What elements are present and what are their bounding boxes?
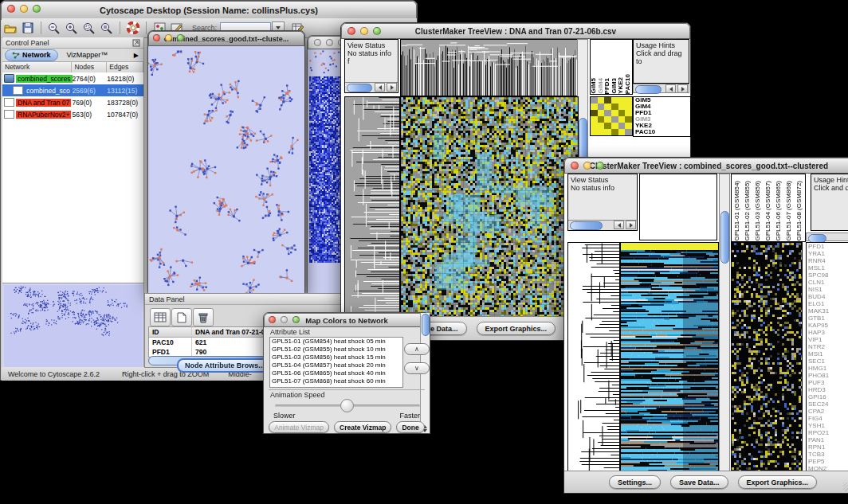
matrix-cell[interactable] [598, 110, 605, 116]
treeview2-titlebar[interactable]: ClusterMaker TreeView : combined_scores_… [564, 158, 848, 174]
close-icon[interactable] [269, 316, 276, 323]
gene-label[interactable]: PFD1 [807, 243, 848, 250]
matrix-cell[interactable] [618, 110, 626, 116]
gene-label[interactable]: SEC1 [807, 357, 848, 365]
network-view-titlebar[interactable]: combined_scores_good.txt--cluste... [148, 31, 304, 46]
network-tree-row[interactable]: DNA and Tran 07 769(0) 183728(0) [2, 96, 143, 108]
matrix-cell[interactable] [598, 123, 605, 129]
array-label[interactable]: GPL51-08 (GSM872) [794, 181, 804, 241]
matrix-cell[interactable] [591, 104, 598, 110]
minimize-icon[interactable] [326, 39, 333, 46]
close-icon[interactable] [314, 39, 321, 46]
gene-label[interactable]: PHO81 [807, 372, 848, 379]
attribute-item[interactable]: GPL51-04 (GSM857) heat shock 20 min [270, 361, 402, 369]
zoom-window-icon[interactable] [596, 162, 604, 170]
treeview2-vscrollbar[interactable] [719, 174, 730, 471]
treeview-footer-button[interactable]: Save Data... [670, 475, 728, 489]
scroll-left-icon[interactable] [614, 221, 624, 229]
matrix-cell[interactable] [618, 104, 626, 110]
network-view-canvas[interactable] [148, 46, 304, 294]
gene-label[interactable]: PUF3 [807, 379, 848, 386]
column-nodes[interactable]: Nodes [72, 62, 107, 72]
matrix-cell[interactable] [598, 97, 605, 104]
zoom-window-icon[interactable] [292, 316, 300, 323]
array-label[interactable]: GPL51-03 (GSM856) [752, 181, 763, 241]
save-icon[interactable] [20, 21, 36, 35]
zoom-window-icon[interactable] [177, 34, 184, 41]
minimize-icon[interactable] [20, 5, 28, 13]
matrix-cell[interactable] [604, 110, 611, 116]
treeview-footer-button[interactable]: Export Graphics... [738, 475, 818, 489]
gene-label[interactable]: SEC24 [807, 400, 848, 408]
gene-label[interactable]: CPA2 [807, 408, 848, 415]
matrix-cell[interactable] [591, 123, 598, 129]
scroll-left-icon[interactable] [665, 84, 676, 93]
new-attribute-icon[interactable] [171, 308, 192, 326]
gene-label[interactable]: KAP95 [807, 322, 848, 329]
minimize-icon[interactable] [360, 27, 368, 35]
gene-label[interactable]: PEP5 [807, 458, 848, 465]
minimize-icon[interactable] [583, 162, 591, 170]
gene-label[interactable]: HMG1 [807, 365, 848, 372]
gene-label[interactable]: YSH1 [807, 422, 848, 429]
node-attribute-browser-button[interactable]: Node Attribute Brows... [177, 358, 273, 373]
minimize-icon[interactable] [281, 316, 288, 323]
open-file-icon[interactable] [2, 21, 18, 35]
matrix-cell[interactable] [591, 129, 598, 135]
matrix-cell[interactable] [618, 97, 626, 104]
matrix-cell[interactable] [611, 129, 618, 135]
gene-label[interactable]: MAK31 [807, 307, 848, 315]
matrix-cell[interactable] [625, 97, 632, 104]
zoom-selected-icon[interactable] [81, 21, 97, 35]
attribute-item[interactable]: GPL51-03 (GSM856) heat shock 15 min [270, 354, 402, 361]
speed-slider-thumb[interactable] [340, 399, 354, 412]
column-edges[interactable]: Edges [107, 62, 143, 72]
attribute-item[interactable]: GPL51-02 (GSM855) heat shock 10 min [270, 346, 402, 354]
matrix-cell[interactable] [598, 116, 605, 123]
zoom-window-icon[interactable] [373, 27, 381, 35]
gene-label[interactable]: NTR2 [807, 343, 848, 350]
treeview1-titlebar[interactable]: ClusterMaker TreeView : DNA and Tran 07-… [341, 23, 690, 39]
array-label[interactable]: PAC10 [625, 74, 632, 94]
gene-label[interactable]: HRD3 [807, 386, 848, 393]
network-tree-row[interactable]: combined_sco 2569(6) 13112(15) [2, 84, 143, 96]
matrix-cell[interactable] [611, 110, 618, 116]
matrix-cell[interactable] [604, 116, 611, 123]
gene-label[interactable]: BUD4 [807, 293, 848, 300]
scroll-left-icon[interactable] [375, 83, 385, 92]
gene-label[interactable]: HAP3 [807, 329, 848, 336]
column-network[interactable]: Network [2, 62, 72, 72]
zoom-in-icon[interactable] [64, 21, 80, 35]
delete-attribute-icon[interactable] [193, 308, 214, 326]
array-label[interactable]: GPL51-04 (GSM857) [763, 181, 773, 241]
matrix-cell[interactable] [611, 116, 618, 123]
matrix-cell[interactable] [611, 123, 618, 129]
matrix-cell[interactable] [625, 123, 632, 129]
gene-label[interactable]: YRA1 [807, 250, 848, 257]
matrix-cell[interactable] [618, 129, 626, 135]
matrix-cell[interactable] [591, 110, 598, 116]
matrix-cell[interactable] [625, 104, 632, 110]
scroll-right-icon[interactable] [387, 83, 397, 92]
zoom-window-icon[interactable] [33, 5, 41, 13]
close-icon[interactable] [7, 5, 15, 13]
matrix-cell[interactable] [625, 129, 632, 135]
gene-label[interactable]: PAN1 [807, 436, 848, 443]
scroll-right-icon[interactable] [677, 84, 688, 93]
gene-label[interactable]: CLN1 [807, 279, 848, 286]
gene-label[interactable]: RNR4 [807, 257, 848, 264]
matrix-cell[interactable] [591, 97, 598, 104]
matrix-cell[interactable] [604, 129, 611, 135]
matrix-cell[interactable] [604, 104, 611, 110]
array-label[interactable]: GPL51-01 (GSM854) [732, 181, 742, 241]
tab-overflow-button[interactable]: ▶ [134, 52, 139, 59]
help-lifesaver-icon[interactable] [125, 21, 141, 35]
gene-label[interactable]: FIG4 [807, 415, 848, 422]
treeview1-column-dendrogram[interactable] [400, 39, 579, 96]
gene-label[interactable]: TCB3 [807, 451, 848, 458]
network-tree-row[interactable]: combined_scores 2764(0) 16218(0) [2, 72, 143, 84]
zoom-fit-icon[interactable] [99, 21, 115, 35]
view-status-hscrollbar[interactable] [345, 82, 398, 92]
treeview1-zoom-heatmap[interactable] [590, 96, 633, 136]
minimize-icon[interactable] [165, 34, 172, 41]
